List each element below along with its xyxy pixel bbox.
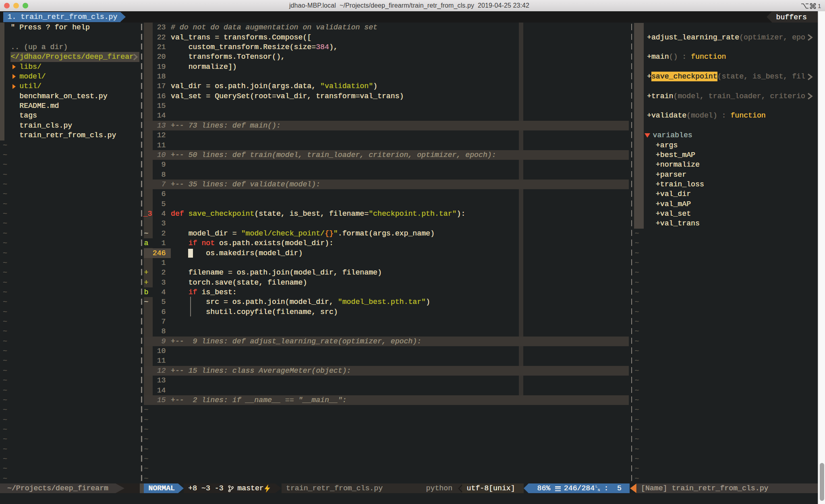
svg-text:1: 1 xyxy=(818,3,821,9)
